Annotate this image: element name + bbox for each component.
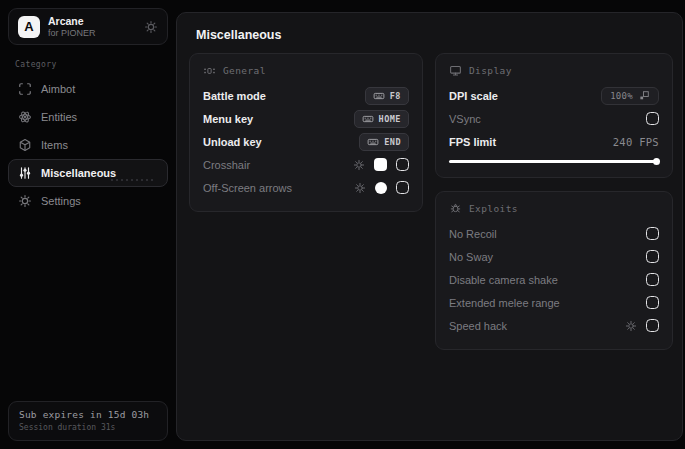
- app-subtitle: for PIONER: [48, 28, 136, 38]
- menu-key-row: Menu key HOME: [203, 107, 409, 130]
- offscreen-arrows-label: Off-Screen arrows: [203, 182, 354, 194]
- app-title: Arcane: [48, 15, 136, 27]
- disable-camera-shake-label: Disable camera shake: [449, 274, 646, 286]
- sidebar-item-settings[interactable]: Settings: [8, 187, 168, 215]
- gear-icon[interactable]: [354, 182, 366, 194]
- fps-limit-slider[interactable]: [449, 158, 659, 165]
- extended-melee-range-label: Extended melee range: [449, 297, 646, 309]
- fps-limit-label: FPS limit: [449, 136, 613, 148]
- right-column: Display DPI scale 100% VSync FPS limit: [435, 53, 673, 350]
- display-card: Display DPI scale 100% VSync FPS limit: [435, 53, 673, 178]
- display-card-title: Display: [469, 65, 512, 76]
- dpi-scale-selector[interactable]: 100%: [601, 87, 659, 105]
- disable-camera-shake-row: Disable camera shake: [449, 268, 659, 291]
- display-card-header: Display: [449, 64, 659, 77]
- disable-camera-shake-checkbox[interactable]: [646, 273, 659, 286]
- package-icon: [18, 138, 32, 152]
- crosshair-label: Crosshair: [203, 159, 353, 171]
- sidebar-item-label: Miscellaneous: [41, 167, 116, 179]
- bug-icon: [449, 202, 462, 215]
- unload-key-label: Unload key: [203, 136, 359, 148]
- sidebar-item-aimbot[interactable]: Aimbot: [8, 75, 168, 103]
- offscreen-arrows-color-swatch[interactable]: [375, 182, 387, 194]
- brand-text: Arcane for PIONER: [48, 15, 136, 38]
- crosshair-checkbox[interactable]: [396, 158, 409, 171]
- battle-mode-label: Battle mode: [203, 90, 365, 102]
- no-sway-checkbox[interactable]: [646, 250, 659, 263]
- dpi-scale-row: DPI scale 100%: [449, 84, 659, 107]
- sidebar-item-entities[interactable]: Entities: [8, 103, 168, 131]
- crosshair-color-swatch[interactable]: [374, 158, 387, 171]
- page-title: Miscellaneous: [177, 13, 682, 42]
- fps-limit-value: 240 FPS: [613, 136, 659, 148]
- slider-knob[interactable]: [653, 158, 660, 165]
- no-recoil-checkbox[interactable]: [646, 227, 659, 240]
- sliders-icon: [18, 166, 32, 180]
- dots-grid-icon: [203, 64, 216, 77]
- extended-melee-range-checkbox[interactable]: [646, 296, 659, 309]
- offscreen-arrows-row: Off-Screen arrows: [203, 176, 409, 199]
- sub-expiry-text: Sub expires in 15d 03h: [19, 409, 157, 420]
- sidebar-item-label: Aimbot: [41, 83, 75, 95]
- speed-hack-label: Speed hack: [449, 320, 625, 332]
- menu-key-label: Menu key: [203, 113, 354, 125]
- gear-icon[interactable]: [625, 320, 637, 332]
- cards-container: General Battle mode F8 Menu key HOME: [177, 42, 682, 350]
- extended-melee-range-row: Extended melee range: [449, 291, 659, 314]
- crosshair-row: Crosshair: [203, 153, 409, 176]
- sidebar-item-label: Entities: [41, 111, 77, 123]
- main-panel: Miscellaneous General Battle mode F8 Men…: [176, 12, 683, 441]
- crosshair-controls: [353, 158, 409, 171]
- category-label: Category: [15, 60, 168, 69]
- speed-hack-controls: [625, 319, 659, 332]
- speed-hack-row: Speed hack: [449, 314, 659, 337]
- general-card-header: General: [203, 64, 409, 77]
- scale-icon: [639, 90, 650, 101]
- keyboard-icon: [367, 136, 379, 148]
- menu-key-keybind[interactable]: HOME: [354, 110, 409, 128]
- keybind-value: HOME: [379, 114, 401, 124]
- no-recoil-row: No Recoil: [449, 222, 659, 245]
- vsync-row: VSync: [449, 107, 659, 130]
- no-sway-label: No Sway: [449, 251, 646, 263]
- no-recoil-label: No Recoil: [449, 228, 646, 240]
- vsync-checkbox[interactable]: [646, 112, 659, 125]
- no-sway-row: No Sway: [449, 245, 659, 268]
- monitor-icon: [449, 64, 462, 77]
- sidebar-item-items[interactable]: Items: [8, 131, 168, 159]
- dpi-scale-label: DPI scale: [449, 90, 601, 102]
- exploits-card: Exploits No Recoil No Sway Disable camer…: [435, 191, 673, 350]
- keybind-value: END: [384, 137, 401, 147]
- sidebar: A Arcane for PIONER Category Aimbot Enti…: [0, 0, 176, 449]
- dpi-scale-value: 100%: [610, 91, 633, 101]
- slider-track: [449, 160, 659, 163]
- gear-icon[interactable]: [353, 159, 365, 171]
- unload-key-keybind[interactable]: END: [359, 133, 409, 151]
- offscreen-arrows-checkbox[interactable]: [396, 181, 409, 194]
- general-card: General Battle mode F8 Menu key HOME: [189, 53, 423, 212]
- app-logo: A: [18, 16, 40, 38]
- vsync-label: VSync: [449, 113, 646, 125]
- brand-card: A Arcane for PIONER: [8, 8, 168, 45]
- sidebar-nav: Aimbot Entities Items Miscellaneous Sett…: [8, 75, 168, 215]
- keyboard-icon: [362, 113, 374, 125]
- exploits-card-title: Exploits: [469, 203, 518, 214]
- exploits-card-header: Exploits: [449, 202, 659, 215]
- battle-mode-keybind[interactable]: F8: [365, 87, 409, 105]
- sidebar-item-label: Items: [41, 139, 68, 151]
- general-card-title: General: [223, 65, 266, 76]
- gear-icon: [18, 194, 32, 208]
- offscreen-arrows-controls: [354, 181, 409, 194]
- scan-frame-icon: [18, 82, 32, 96]
- speed-hack-checkbox[interactable]: [646, 319, 659, 332]
- sidebar-item-miscellaneous[interactable]: Miscellaneous: [8, 159, 168, 187]
- unload-key-row: Unload key END: [203, 130, 409, 153]
- keyboard-icon: [373, 90, 385, 102]
- sidebar-item-label: Settings: [41, 195, 81, 207]
- session-duration-text: Session duration 31s: [19, 423, 157, 432]
- fps-limit-row: FPS limit 240 FPS: [449, 130, 659, 153]
- subscription-card: Sub expires in 15d 03h Session duration …: [8, 401, 168, 441]
- gear-icon[interactable]: [144, 20, 158, 34]
- atom-icon: [18, 110, 32, 124]
- battle-mode-row: Battle mode F8: [203, 84, 409, 107]
